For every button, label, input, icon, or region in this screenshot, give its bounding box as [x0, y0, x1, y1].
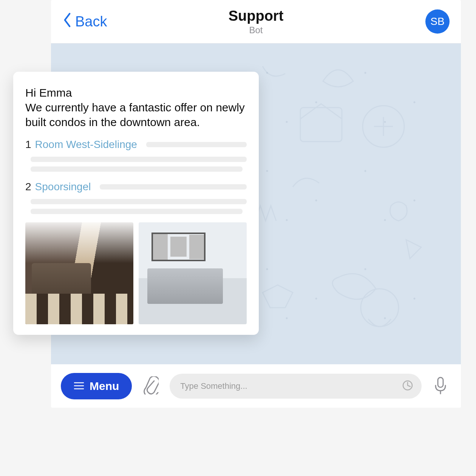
hamburger-icon — [74, 380, 84, 393]
attach-button[interactable] — [140, 376, 161, 397]
listing-number: 1 — [25, 139, 31, 151]
message-input[interactable] — [170, 374, 422, 399]
header-title-group: Support Bot — [229, 8, 284, 35]
avatar[interactable]: SB — [425, 9, 450, 34]
message-text: Hi Emma We currently have a fantastic of… — [25, 85, 247, 129]
voice-button[interactable] — [430, 376, 451, 397]
paperclip-icon — [143, 376, 159, 396]
menu-label: Menu — [90, 380, 119, 393]
input-bar: Menu — [51, 364, 461, 408]
menu-button[interactable]: Menu — [61, 373, 132, 399]
message-greeting: Hi Emma — [25, 86, 72, 99]
message-body: We currently have a fantastic offer on n… — [25, 101, 245, 128]
listing-thumbnails — [25, 222, 247, 324]
chat-subtitle: Bot — [229, 25, 284, 35]
avatar-initials: SB — [430, 15, 444, 28]
clock-icon[interactable] — [402, 380, 413, 393]
back-label: Back — [75, 14, 107, 30]
placeholder-line — [31, 199, 247, 204]
listing-photo[interactable] — [139, 222, 247, 324]
message-input-wrapper — [170, 374, 422, 399]
placeholder-line — [31, 157, 247, 162]
listing-item: 1 Room West-Sidelinge — [25, 139, 247, 172]
listing-number: 2 — [25, 181, 31, 193]
placeholder-line — [31, 166, 243, 172]
listing-photo[interactable] — [25, 222, 133, 324]
listing-link[interactable]: Spoorsingel — [35, 181, 91, 193]
chevron-left-icon — [62, 12, 72, 31]
back-button[interactable]: Back — [62, 12, 107, 31]
placeholder-line — [31, 209, 243, 214]
svg-rect-7 — [438, 377, 443, 387]
listing-item: 2 Spoorsingel — [25, 181, 247, 214]
bot-message-card: Hi Emma We currently have a fantastic of… — [13, 72, 259, 335]
chat-header: Back Support Bot SB — [51, 0, 461, 43]
svg-point-2 — [361, 289, 399, 327]
placeholder-line — [146, 142, 247, 147]
chat-title: Support — [229, 8, 284, 24]
svg-rect-1 — [300, 108, 342, 142]
microphone-icon — [434, 376, 447, 396]
svg-point-0 — [363, 106, 404, 147]
listing-link[interactable]: Room West-Sidelinge — [35, 139, 137, 151]
placeholder-line — [100, 184, 247, 189]
